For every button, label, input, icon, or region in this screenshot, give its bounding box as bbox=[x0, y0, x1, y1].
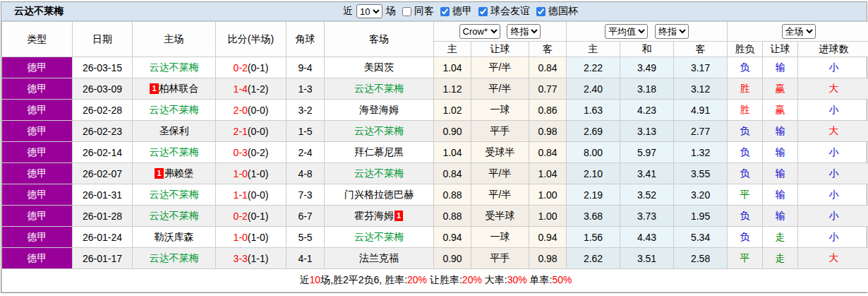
result-wl: 负 bbox=[728, 163, 763, 184]
avg-odds-stage-select[interactable]: 终指 bbox=[655, 24, 689, 39]
team-name: 云达不莱梅 bbox=[150, 104, 199, 115]
result-handicap: 输 bbox=[763, 163, 798, 184]
summary-part: 近 bbox=[300, 274, 310, 285]
col-header-home: 主场 bbox=[133, 22, 216, 57]
team-name: 云达不莱梅 bbox=[150, 210, 199, 221]
crow-home-odds: 1.12 bbox=[434, 78, 471, 100]
result-wl: 负 bbox=[728, 206, 763, 227]
avg-away-odds: 3.17 bbox=[674, 57, 728, 78]
avg-draw-odds: 3.18 bbox=[620, 78, 674, 100]
avg-away-odds: 4.91 bbox=[674, 100, 728, 121]
halftime-score: (0-2) bbox=[248, 147, 269, 158]
crow-handicap: 一球 bbox=[471, 100, 529, 121]
score-cell: 1-1(0-0) bbox=[216, 184, 287, 206]
team-name: 云达不莱梅 bbox=[150, 189, 199, 200]
avg-away-odds: 1.32 bbox=[674, 142, 728, 163]
result-handicap: 赢 bbox=[763, 100, 798, 121]
scope-select[interactable]: 全场 bbox=[782, 24, 816, 39]
avg-draw-odds: 3.13 bbox=[620, 121, 674, 142]
result-handicap: 赢 bbox=[763, 78, 798, 100]
result-goals: 小 bbox=[798, 206, 868, 227]
rank-badge: 1 bbox=[155, 168, 163, 179]
subheader-avg-home: 主 bbox=[567, 42, 620, 57]
result-handicap: 输 bbox=[763, 121, 798, 142]
subheader-crow-home: 主 bbox=[434, 42, 471, 57]
team-history-panel: 云达不莱梅 近 10 场 同客 德甲 球会友谊 德国杯 类型 bbox=[1, 1, 867, 293]
team-name: 云达不莱梅 bbox=[150, 61, 199, 73]
date-cell: 26-02-14 bbox=[73, 142, 133, 163]
home-team-cell: 勒沃库森 bbox=[133, 227, 216, 248]
checkbox-german-cup[interactable] bbox=[536, 7, 545, 16]
table-row: 德甲 26-02-14 云达不莱梅 0-3(0-2) 2-4 拜仁慕尼黑 1.0… bbox=[2, 142, 868, 163]
avg-draw-odds: 3.51 bbox=[620, 248, 674, 269]
match-count-select[interactable]: 10 bbox=[356, 4, 382, 18]
fulltime-score: 1-4 bbox=[234, 83, 248, 95]
page-title: 云达不莱梅 bbox=[1, 5, 64, 18]
league-cell: 德甲 bbox=[2, 57, 73, 78]
title-bar: 云达不莱梅 近 10 场 同客 德甲 球会友谊 德国杯 bbox=[1, 2, 867, 21]
result-goals: 小 bbox=[798, 184, 868, 206]
fulltime-score: 3-3 bbox=[234, 253, 248, 264]
summary-part: 单率: bbox=[527, 274, 553, 285]
crow-handicap: 平/半 bbox=[471, 184, 529, 206]
avg-away-odds: 2.77 bbox=[674, 121, 728, 142]
checkbox-bundesliga[interactable] bbox=[440, 7, 450, 16]
halftime-score: (0-1) bbox=[248, 62, 269, 73]
fulltime-score: 1-0 bbox=[234, 168, 248, 179]
league-cell: 德甲 bbox=[2, 163, 73, 184]
avg-away-odds: 3.55 bbox=[674, 163, 728, 184]
away-team-cell: 霍芬海姆1 bbox=[325, 206, 434, 227]
team-name: 法兰克福 bbox=[359, 252, 399, 264]
crow-home-odds: 0.84 bbox=[434, 163, 471, 184]
rank-badge: 1 bbox=[394, 211, 403, 221]
result-goals: 大 bbox=[798, 248, 868, 269]
home-team-cell: 云达不莱梅 bbox=[133, 100, 216, 121]
checkbox-same-away-label: 同客 bbox=[414, 5, 434, 18]
corner-cell: 5-5 bbox=[287, 227, 325, 248]
league-cell: 德甲 bbox=[2, 184, 73, 206]
col-header-score: 比分(半场) bbox=[216, 22, 287, 57]
result-handicap: 走 bbox=[763, 227, 798, 248]
team-name: 柏林联合 bbox=[159, 83, 199, 94]
checkbox-club-friendly[interactable] bbox=[478, 7, 488, 16]
avg-home-odds: 2.19 bbox=[567, 184, 620, 206]
table-row: 德甲 26-01-24 勒沃库森 1-0(1-0) 5-5 云达不莱梅 0.94… bbox=[2, 227, 868, 248]
score-cell: 0-3(0-2) bbox=[216, 142, 287, 163]
subheader-avg-away: 客 bbox=[674, 42, 728, 57]
team-name: 拜仁慕尼黑 bbox=[354, 146, 404, 158]
result-wl: 负 bbox=[728, 142, 763, 163]
checkbox-same-away[interactable] bbox=[402, 7, 411, 16]
home-team-cell: 云达不莱梅 bbox=[133, 184, 216, 206]
result-handicap: 输 bbox=[763, 184, 798, 206]
league-cell: 德甲 bbox=[2, 227, 73, 248]
team-name: 美因茨 bbox=[364, 61, 394, 73]
corner-cell: 7-3 bbox=[287, 184, 325, 206]
avg-home-odds: 3.68 bbox=[567, 206, 620, 227]
table-row: 德甲 26-03-15 云达不莱梅 0-2(0-1) 9-4 美因茨 1.04 … bbox=[2, 57, 868, 78]
avg-draw-odds: 4.23 bbox=[620, 100, 674, 121]
avg-draw-odds: 3.73 bbox=[620, 206, 674, 227]
table-row: 德甲 26-01-17 云达不莱梅 3-3(1-1) 4-1 法兰克福 0.90… bbox=[2, 248, 868, 269]
subheader-crow-away: 客 bbox=[529, 42, 567, 57]
summary-text: 近10场,胜2平2负6, 胜率:20% 让胜率:20% 大率:30% 单率:50… bbox=[2, 269, 868, 292]
avg-home-odds: 2.62 bbox=[567, 248, 620, 269]
home-team-cell: 云达不莱梅 bbox=[133, 206, 216, 227]
bookmaker-select[interactable]: Crow* bbox=[459, 24, 500, 39]
league-cell: 德甲 bbox=[2, 142, 73, 163]
summary-part: 大率: bbox=[482, 274, 507, 285]
crow-handicap: 一球 bbox=[471, 227, 529, 248]
crow-away-odds: 0.98 bbox=[529, 248, 567, 269]
crow-home-odds: 0.90 bbox=[434, 248, 471, 269]
team-name: 云达不莱梅 bbox=[150, 146, 199, 158]
away-team-cell: 云达不莱梅 bbox=[325, 227, 434, 248]
corner-cell: 1-5 bbox=[287, 121, 325, 142]
halftime-score: (0-0) bbox=[248, 105, 269, 116]
result-group-header: 全场 bbox=[728, 22, 868, 42]
fulltime-score: 1-0 bbox=[234, 232, 248, 243]
result-handicap: 走 bbox=[763, 248, 798, 269]
avg-odds-select[interactable]: 平均值 bbox=[605, 24, 648, 39]
crow-handicap: 平/半 bbox=[471, 57, 529, 78]
crow-away-odds: 0.77 bbox=[529, 78, 567, 100]
result-wl: 平 bbox=[728, 248, 763, 269]
crow-odds-stage-select[interactable]: 终指 bbox=[507, 24, 541, 39]
